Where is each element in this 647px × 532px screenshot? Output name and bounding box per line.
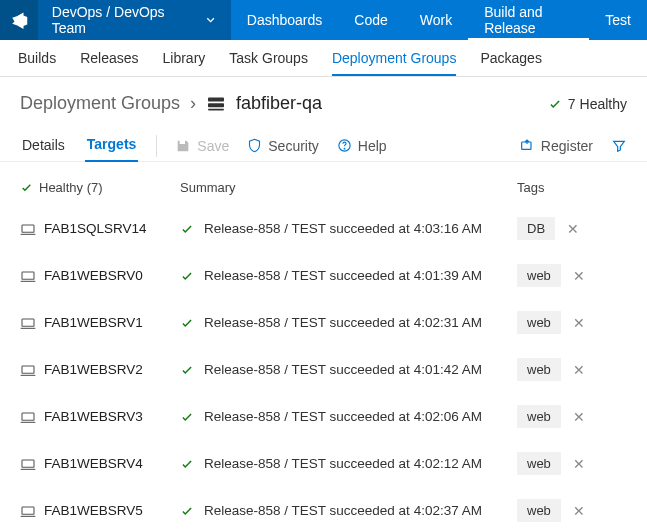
shield-icon <box>247 138 262 153</box>
health-summary: 7 Healthy <box>548 96 627 112</box>
table-row[interactable]: FAB1WEBSRV5Release-858 / TEST succeeded … <box>20 487 627 532</box>
health-summary-text: 7 Healthy <box>568 96 627 112</box>
tag-chip[interactable]: web <box>517 499 561 522</box>
security-button[interactable]: Security <box>247 138 319 154</box>
tab-targets[interactable]: Targets <box>85 130 139 162</box>
target-name: FAB1WEBSRV2 <box>44 362 143 377</box>
target-summary: Release-858 / TEST succeeded at 4:01:42 … <box>204 362 482 377</box>
target-summary: Release-858 / TEST succeeded at 4:03:16 … <box>204 221 482 236</box>
subnav-library[interactable]: Library <box>163 50 206 66</box>
register-button[interactable]: Register <box>519 138 593 154</box>
target-summary: Release-858 / TEST succeeded at 4:02:37 … <box>204 503 482 518</box>
team-selector[interactable]: DevOps / DevOps Team <box>38 0 231 40</box>
nav-work[interactable]: Work <box>404 0 468 40</box>
subnav-task-groups[interactable]: Task Groups <box>229 50 308 66</box>
target-summary: Release-858 / TEST succeeded at 4:01:39 … <box>204 268 482 283</box>
col-healthy-label: Healthy (7) <box>39 180 103 195</box>
server-icon <box>206 96 226 112</box>
target-name: FAB1WEBSRV3 <box>44 409 143 424</box>
subnav-releases[interactable]: Releases <box>80 50 138 66</box>
col-header-tags[interactable]: Tags <box>517 180 627 195</box>
save-button: Save <box>175 138 229 154</box>
tag-remove-button[interactable]: ✕ <box>569 454 589 474</box>
computer-icon <box>20 411 36 423</box>
tag-chip[interactable]: web <box>517 311 561 334</box>
svg-rect-1 <box>208 103 224 107</box>
svg-rect-8 <box>22 319 34 326</box>
breadcrumb-row: Deployment Groups › fabfiber-qa 7 Health… <box>0 77 647 122</box>
svg-rect-0 <box>208 97 224 101</box>
chevron-down-icon <box>204 13 217 27</box>
top-nav: DevOps / DevOps Team DashboardsCodeWorkB… <box>0 0 647 40</box>
checkmark-icon <box>180 316 194 330</box>
target-summary: Release-858 / TEST succeeded at 4:02:31 … <box>204 315 482 330</box>
tag-remove-button[interactable]: ✕ <box>563 219 583 239</box>
target-name: FAB1WEBSRV4 <box>44 456 143 471</box>
checkmark-icon <box>548 97 562 111</box>
computer-icon <box>20 505 36 517</box>
breadcrumb: Deployment Groups › fabfiber-qa <box>20 93 322 114</box>
table-row[interactable]: FAB1SQLSRV14Release-858 / TEST succeeded… <box>20 205 627 252</box>
subnav-builds[interactable]: Builds <box>18 50 56 66</box>
col-header-healthy[interactable]: Healthy (7) <box>20 180 180 195</box>
nav-code[interactable]: Code <box>338 0 403 40</box>
targets-table: Healthy (7) Summary Tags FAB1SQLSRV14Rel… <box>0 162 647 532</box>
register-label: Register <box>541 138 593 154</box>
tag-chip[interactable]: web <box>517 358 561 381</box>
product-logo[interactable] <box>0 0 38 40</box>
save-icon <box>175 138 191 154</box>
tag-chip[interactable]: web <box>517 452 561 475</box>
tag-chip[interactable]: DB <box>517 217 555 240</box>
tag-remove-button[interactable]: ✕ <box>569 266 589 286</box>
target-name: FAB1SQLSRV14 <box>44 221 147 236</box>
table-row[interactable]: FAB1WEBSRV2Release-858 / TEST succeeded … <box>20 346 627 393</box>
col-header-summary[interactable]: Summary <box>180 180 517 195</box>
divider <box>156 135 157 157</box>
table-row[interactable]: FAB1WEBSRV4Release-858 / TEST succeeded … <box>20 440 627 487</box>
tag-chip[interactable]: web <box>517 264 561 287</box>
svg-rect-9 <box>22 366 34 373</box>
target-name: FAB1WEBSRV0 <box>44 268 143 283</box>
subnav-packages[interactable]: Packages <box>480 50 541 66</box>
checkmark-icon <box>20 181 33 194</box>
breadcrumb-root[interactable]: Deployment Groups <box>20 93 180 114</box>
subnav-deployment-groups[interactable]: Deployment Groups <box>332 50 457 76</box>
tag-remove-button[interactable]: ✕ <box>569 360 589 380</box>
tag-chip[interactable]: web <box>517 405 561 428</box>
computer-icon <box>20 317 36 329</box>
svg-rect-5 <box>522 142 531 149</box>
nav-build-and-release[interactable]: Build and Release <box>468 0 589 40</box>
svg-rect-12 <box>22 507 34 514</box>
top-nav-links: DashboardsCodeWorkBuild and ReleaseTest <box>231 0 647 40</box>
register-icon <box>519 138 535 154</box>
tab-row: Details Targets Save Security Help Regis… <box>0 122 647 162</box>
nav-test[interactable]: Test <box>589 0 647 40</box>
save-label: Save <box>197 138 229 154</box>
checkmark-icon <box>180 504 194 518</box>
help-icon <box>337 138 352 153</box>
sub-nav: BuildsReleasesLibraryTask GroupsDeployme… <box>0 40 647 77</box>
tab-details[interactable]: Details <box>20 131 67 161</box>
target-name: FAB1WEBSRV1 <box>44 315 143 330</box>
svg-rect-6 <box>22 225 34 232</box>
svg-rect-11 <box>22 460 34 467</box>
tag-remove-button[interactable]: ✕ <box>569 407 589 427</box>
target-name: FAB1WEBSRV5 <box>44 503 143 518</box>
filter-button[interactable] <box>611 138 627 154</box>
azure-devops-icon <box>10 11 28 29</box>
table-row[interactable]: FAB1WEBSRV3Release-858 / TEST succeeded … <box>20 393 627 440</box>
computer-icon <box>20 223 36 235</box>
help-button[interactable]: Help <box>337 138 387 154</box>
table-row[interactable]: FAB1WEBSRV0Release-858 / TEST succeeded … <box>20 252 627 299</box>
target-summary: Release-858 / TEST succeeded at 4:02:12 … <box>204 456 482 471</box>
team-name: DevOps / DevOps Team <box>52 4 194 36</box>
tag-remove-button[interactable]: ✕ <box>569 313 589 333</box>
svg-rect-10 <box>22 413 34 420</box>
svg-point-4 <box>344 148 345 149</box>
tag-remove-button[interactable]: ✕ <box>569 501 589 521</box>
help-label: Help <box>358 138 387 154</box>
checkmark-icon <box>180 363 194 377</box>
nav-dashboards[interactable]: Dashboards <box>231 0 339 40</box>
security-label: Security <box>268 138 319 154</box>
table-row[interactable]: FAB1WEBSRV1Release-858 / TEST succeeded … <box>20 299 627 346</box>
